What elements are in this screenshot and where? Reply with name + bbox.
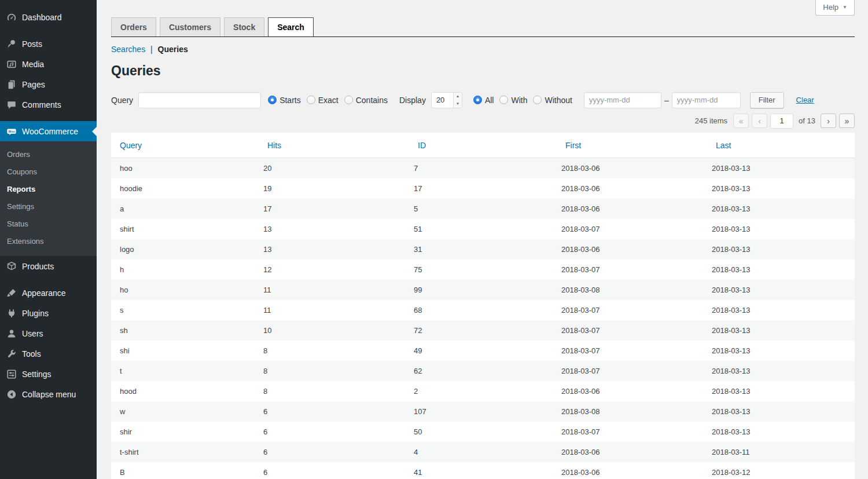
radio-selected-icon: [268, 96, 277, 104]
sidebar-item-woocommerce[interactable]: Woo WooCommerce: [0, 121, 97, 141]
tab-search[interactable]: Search: [268, 17, 314, 36]
radio-exact[interactable]: Exact: [307, 96, 339, 105]
breadcrumb-searches-link[interactable]: Searches: [111, 45, 145, 54]
items-count: 245 items: [695, 116, 727, 125]
radio-all[interactable]: All: [473, 96, 494, 105]
table-cell: 2018-03-13: [703, 300, 855, 320]
radio-unselected-icon: [307, 96, 315, 104]
clear-link[interactable]: Clear: [796, 96, 814, 104]
radio-selected-icon: [473, 96, 482, 104]
sidebar-item-label: Dashboard: [22, 13, 62, 22]
date-from-input[interactable]: [584, 92, 661, 108]
sidebar-item-plugins[interactable]: Plugins: [0, 303, 97, 323]
help-label: Help: [823, 3, 838, 12]
table-cell: 2018-03-13: [703, 422, 855, 442]
table-cell: 2018-03-12: [703, 462, 855, 479]
table-cell: 13: [255, 239, 405, 259]
column-sort-link[interactable]: Last: [716, 141, 731, 150]
current-page-input[interactable]: [770, 114, 793, 129]
tab-stock[interactable]: Stock: [224, 17, 264, 36]
sidebar-item-appearance[interactable]: Appearance: [0, 283, 97, 303]
column-header: Last: [703, 133, 855, 158]
breadcrumb-current: Queries: [158, 45, 188, 54]
table-cell: 68: [405, 300, 553, 320]
column-sort-link[interactable]: First: [565, 141, 581, 150]
tab-customers[interactable]: Customers: [160, 17, 220, 36]
submenu-item-coupons[interactable]: Coupons: [0, 163, 97, 181]
sidebar-item-pages[interactable]: Pages: [0, 74, 97, 94]
sidebar-item-products[interactable]: Products: [0, 256, 97, 276]
stepper-up-icon[interactable]: ▲: [454, 93, 462, 100]
submenu-item-orders[interactable]: Orders: [0, 146, 97, 163]
table-cell: 2018-03-13: [703, 219, 855, 239]
sidebar-item-dashboard[interactable]: Dashboard: [0, 7, 97, 27]
column-sort-link[interactable]: Hits: [267, 141, 281, 150]
sidebar-item-settings[interactable]: Settings: [0, 364, 97, 384]
page-title: Queries: [111, 63, 855, 80]
sidebar-item-label: Collapse menu: [22, 390, 76, 399]
table-cell: 2018-03-07: [553, 361, 703, 381]
table-row: t8622018-03-072018-03-13: [111, 361, 855, 381]
table-cell: 31: [405, 239, 553, 259]
column-header: First: [553, 133, 703, 158]
sidebar-item-label: Posts: [22, 39, 42, 49]
collapse-menu-button[interactable]: Collapse menu: [0, 384, 97, 404]
table-cell: 2018-03-06: [553, 462, 703, 479]
table-cell: 5: [405, 199, 553, 219]
table-cell: ho: [111, 280, 255, 300]
next-page-button[interactable]: ›: [821, 114, 836, 128]
table-cell: 11: [255, 300, 405, 320]
display-count-input[interactable]: 20 ▲ ▼: [431, 92, 462, 108]
table-cell: 50: [405, 422, 553, 442]
column-sort-link[interactable]: Query: [120, 141, 142, 150]
first-page-button[interactable]: «: [733, 114, 749, 128]
date-to-input[interactable]: [672, 92, 741, 108]
total-pages-label: of 13: [799, 116, 815, 125]
table-cell: 2018-03-11: [703, 442, 855, 462]
menu-separator: [0, 276, 97, 283]
table-cell: 99: [405, 280, 553, 300]
sidebar-item-label: Products: [22, 262, 54, 271]
submenu-item-reports[interactable]: Reports: [0, 181, 97, 198]
table-cell: 17: [405, 178, 553, 199]
prev-page-button[interactable]: ‹: [752, 114, 767, 128]
chevron-down-icon: ▼: [843, 5, 847, 10]
radio-unselected-icon: [533, 96, 542, 104]
sidebar-item-users[interactable]: Users: [0, 323, 97, 343]
column-header: ID: [405, 133, 553, 158]
sidebar-item-tools[interactable]: Tools: [0, 343, 97, 364]
table-cell: w: [111, 401, 255, 422]
radio-with[interactable]: With: [499, 96, 527, 105]
submenu-item-status[interactable]: Status: [0, 215, 97, 233]
query-input[interactable]: [138, 92, 261, 108]
sidebar-item-posts[interactable]: Posts: [0, 34, 97, 54]
table-row: s11682018-03-072018-03-13: [111, 300, 855, 320]
last-page-button[interactable]: »: [839, 114, 855, 128]
table-row: t-shirt642018-03-062018-03-11: [111, 442, 855, 462]
radio-unselected-icon: [499, 96, 508, 104]
submenu-item-settings[interactable]: Settings: [0, 198, 97, 215]
radio-contains[interactable]: Contains: [344, 96, 388, 105]
submenu-item-extensions[interactable]: Extensions: [0, 233, 97, 250]
help-button[interactable]: Help ▼: [815, 0, 855, 16]
table-cell: 2018-03-07: [553, 341, 703, 361]
sidebar-item-label: Tools: [22, 349, 41, 359]
table-cell: 2018-03-13: [703, 341, 855, 361]
table-cell: shir: [111, 422, 255, 442]
radio-without[interactable]: Without: [533, 96, 572, 105]
radio-starts[interactable]: Starts: [268, 96, 301, 105]
tab-orders[interactable]: Orders: [111, 17, 156, 36]
column-sort-link[interactable]: ID: [418, 141, 426, 150]
stepper-arrows-icon[interactable]: ▲ ▼: [453, 93, 462, 108]
sidebar-item-comments[interactable]: Comments: [0, 94, 97, 115]
stepper-down-icon[interactable]: ▼: [454, 100, 462, 108]
sidebar-item-media[interactable]: Media: [0, 54, 97, 74]
table-cell: 2: [405, 381, 553, 401]
table-cell: 13: [255, 219, 405, 239]
table-cell: 41: [405, 462, 553, 479]
table-cell: 2018-03-07: [553, 300, 703, 320]
table-cell: 2018-03-07: [553, 320, 703, 341]
table-cell: 19: [255, 178, 405, 199]
filter-button[interactable]: Filter: [750, 92, 784, 108]
table-row: B6412018-03-062018-03-12: [111, 462, 855, 479]
